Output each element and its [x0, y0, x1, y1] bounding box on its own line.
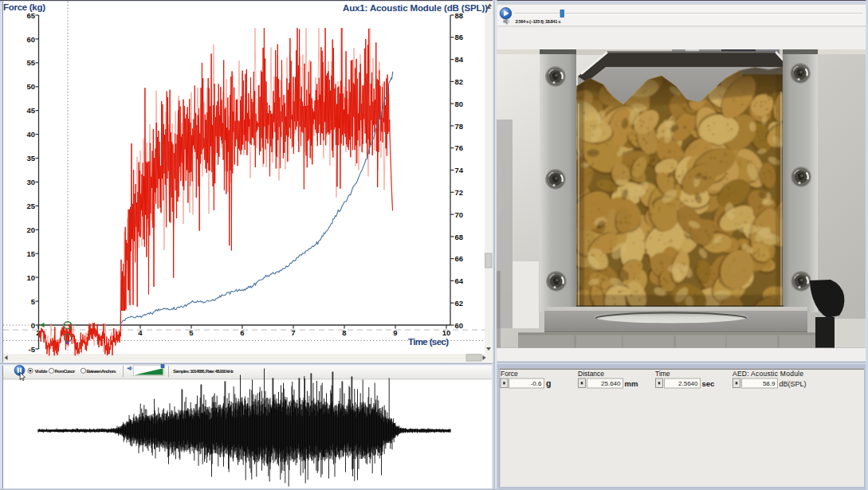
svg-text:6: 6: [240, 328, 244, 337]
svg-text:sec: sec: [702, 379, 715, 388]
svg-text:Force: Force: [501, 370, 518, 378]
svg-text:Time (sec): Time (sec): [408, 337, 449, 347]
svg-text:9: 9: [393, 328, 397, 337]
svg-text:74: 74: [455, 166, 464, 174]
svg-text:78: 78: [455, 122, 464, 131]
svg-text:10: 10: [26, 273, 35, 282]
svg-text:-5: -5: [29, 345, 36, 354]
svg-text:66: 66: [455, 254, 464, 263]
svg-text:80: 80: [455, 100, 464, 108]
svg-text:2.5640: 2.5640: [678, 380, 698, 387]
svg-text:2.564 s (~125 f); 18.841 s: 2.564 s (~125 f); 18.841 s: [516, 19, 562, 24]
svg-text:76: 76: [455, 143, 464, 152]
svg-text:Time: Time: [655, 370, 670, 378]
svg-text:g: g: [546, 378, 551, 388]
svg-text:-0.6: -0.6: [531, 380, 542, 387]
svg-text:From Cursor: From Cursor: [55, 369, 76, 374]
svg-text:40: 40: [26, 130, 35, 139]
svg-text:Samples: 1014686, Rate: 48.000: Samples: 1014686, Rate: 48.000 kHz: [173, 369, 234, 374]
svg-text:7: 7: [291, 328, 295, 337]
svg-text:72: 72: [455, 188, 464, 197]
svg-text:5: 5: [31, 297, 36, 306]
svg-text:25.640: 25.640: [601, 380, 621, 387]
svg-text:70: 70: [455, 210, 464, 219]
svg-text:15: 15: [26, 249, 35, 258]
svg-text:0: 0: [31, 321, 35, 330]
svg-text:65: 65: [26, 11, 35, 20]
svg-text:55: 55: [26, 58, 35, 67]
svg-text:Distance: Distance: [578, 370, 604, 378]
svg-text:5: 5: [189, 328, 194, 337]
svg-text:86: 86: [455, 33, 464, 41]
svg-text:Aux1: Acoustic Module (dB (SPL: Aux1: Acoustic Module (dB (SPL)): [343, 3, 488, 13]
svg-text:84: 84: [455, 55, 464, 64]
svg-text:Visible: Visible: [35, 369, 49, 374]
svg-text:60: 60: [26, 35, 35, 44]
svg-text:Between Anchors: Between Anchors: [87, 369, 117, 374]
svg-text:45: 45: [26, 106, 35, 115]
svg-text:35: 35: [26, 154, 35, 163]
svg-text:4: 4: [138, 328, 143, 337]
svg-text:50: 50: [26, 82, 35, 91]
svg-text:mm: mm: [625, 379, 638, 388]
svg-text:64: 64: [455, 276, 464, 285]
svg-text:Force (kg): Force (kg): [3, 2, 45, 12]
svg-text:62: 62: [455, 299, 464, 308]
svg-text:82: 82: [455, 77, 464, 86]
svg-text:dB(SPL): dB(SPL): [780, 380, 807, 388]
svg-text:20: 20: [26, 225, 35, 234]
svg-text:30: 30: [26, 178, 35, 186]
svg-text:25: 25: [26, 202, 35, 210]
svg-text:AED: Acoustic Module: AED: Acoustic Module: [732, 370, 803, 378]
svg-text:68: 68: [455, 233, 464, 241]
svg-text:8: 8: [342, 328, 346, 337]
svg-text:58.9: 58.9: [763, 380, 776, 387]
svg-text:10: 10: [442, 328, 451, 337]
svg-text:60: 60: [455, 321, 464, 330]
